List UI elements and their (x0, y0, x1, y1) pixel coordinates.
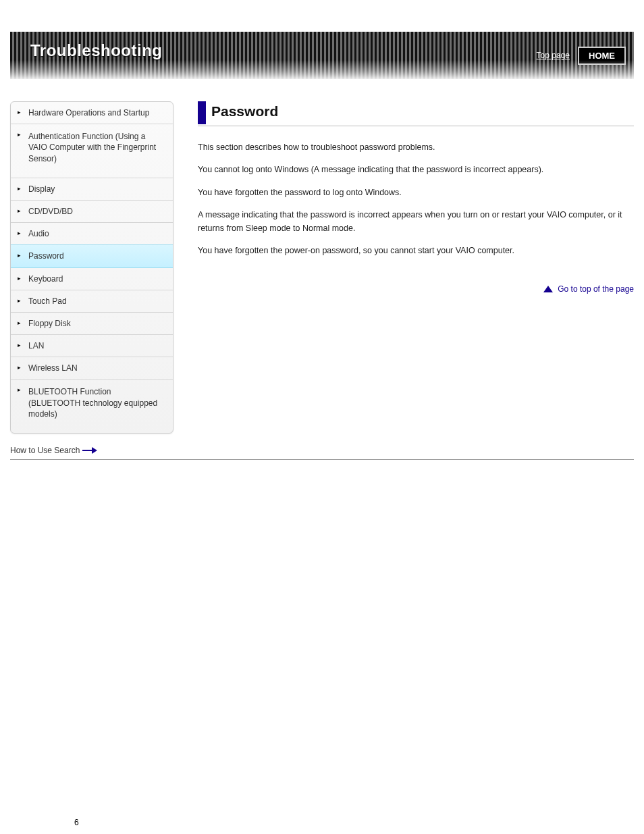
sidebar-item-label: Authentication Function (Using a VAIO Co… (28, 132, 156, 163)
sidebar-item-disc[interactable]: CD/DVD/BD (11, 201, 173, 223)
page-heading: Password (211, 101, 278, 120)
topic-link[interactable]: You cannot log onto Windows (A message i… (198, 163, 634, 176)
search-help-link[interactable]: How to Use Search (10, 446, 634, 455)
header-banner: Troubleshooting Top page HOME (10, 32, 634, 79)
main-content: Password This section describes how to t… (173, 101, 634, 294)
sidebar-item-floppy[interactable]: Floppy Disk (11, 313, 173, 335)
sidebar-item-label: Hardware Operations and Startup (28, 108, 149, 118)
sidebar-item-label: Touch Pad (28, 296, 67, 306)
right-arrow-icon (82, 448, 97, 453)
sidebar-item-label: Keyboard (28, 274, 63, 284)
heading-accent-bar (198, 101, 206, 124)
sidebar-item-label: Display (28, 184, 55, 194)
topic-link[interactable]: A message indicating that the password i… (198, 209, 634, 235)
sidebar-item-auth[interactable]: Authentication Function (Using a VAIO Co… (11, 124, 173, 178)
sidebar-item-display[interactable]: Display (11, 178, 173, 201)
sidebar: Hardware Operations and Startup Authenti… (10, 101, 173, 434)
sidebar-item-bluetooth[interactable]: BLUETOOTH Function (BLUETOOTH technology… (11, 380, 173, 433)
sidebar-item-label: Audio (28, 229, 49, 238)
sidebar-item-touchpad[interactable]: Touch Pad (11, 290, 173, 313)
sidebar-item-label: Password (28, 251, 64, 261)
sidebar-item-label: LAN (28, 341, 44, 350)
sidebar-item-label: Wireless LAN (28, 363, 78, 373)
sidebar-item-label: Floppy Disk (28, 319, 71, 328)
body-text: This section describes how to troublesho… (198, 141, 634, 257)
top-page-link[interactable]: Top page (537, 51, 570, 60)
sidebar-item-label: CD/DVD/BD (28, 207, 73, 216)
sidebar-item-hardware[interactable]: Hardware Operations and Startup (11, 102, 173, 124)
sidebar-item-label: BLUETOOTH Function (BLUETOOTH technology… (28, 387, 157, 418)
up-arrow-icon (543, 286, 553, 292)
home-button[interactable]: HOME (578, 47, 626, 65)
sidebar-item-keyboard[interactable]: Keyboard (11, 268, 173, 290)
heading-rule (198, 126, 634, 126)
topic-link[interactable]: You have forgotten the password to log o… (198, 186, 634, 199)
topic-link[interactable]: You have forgotten the power-on password… (198, 244, 634, 257)
banner-title: Troubleshooting (30, 41, 162, 60)
sidebar-item-password[interactable]: Password (11, 244, 173, 267)
go-to-top-link[interactable]: Go to top of the page (198, 284, 634, 294)
sidebar-item-wlan[interactable]: Wireless LAN (11, 357, 173, 380)
go-to-top-label: Go to top of the page (558, 284, 634, 294)
footer-rule (10, 459, 634, 460)
sidebar-item-lan[interactable]: LAN (11, 335, 173, 357)
intro-paragraph: This section describes how to troublesho… (198, 141, 634, 154)
search-help-label: How to Use Search (10, 446, 80, 455)
page-number: 6 (74, 818, 634, 827)
sidebar-item-audio[interactable]: Audio (11, 223, 173, 245)
